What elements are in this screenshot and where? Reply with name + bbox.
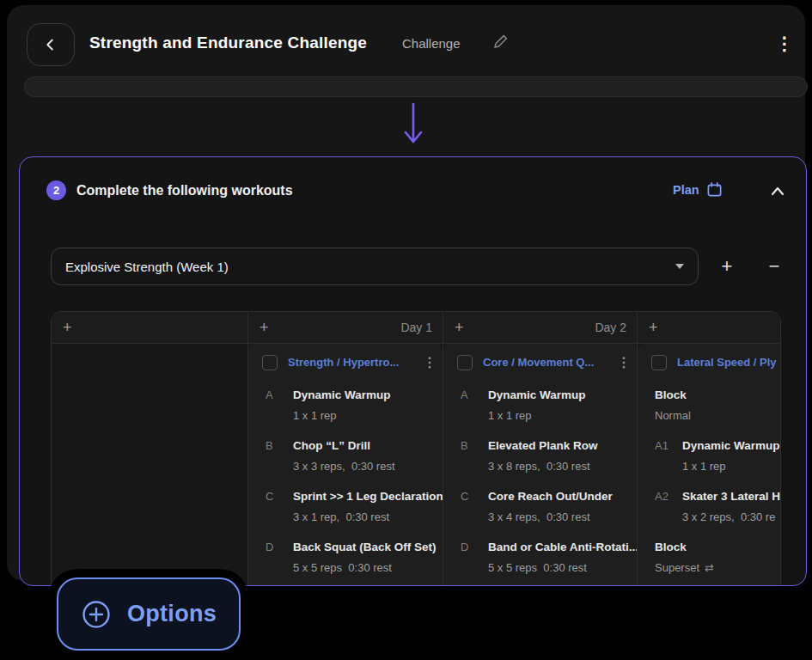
- exercise-title: Dynamic Warmup: [488, 387, 586, 403]
- workout-kebab-icon[interactable]: ⋮: [423, 354, 435, 370]
- workout-checkbox[interactable]: [651, 355, 667, 370]
- exercise-row[interactable]: DBand or Cable Anti-Rotati...5 x 5 reps …: [443, 533, 638, 584]
- add-workout-icon[interactable]: +: [649, 320, 658, 335]
- exercise-row[interactable]: ADynamic Warmup1 x 1 rep: [443, 381, 638, 431]
- calendar-icon: [706, 181, 723, 198]
- exercise-row[interactable]: A1Dynamic Warmup1 x 1 rep: [638, 431, 781, 482]
- exercise-detail: 5 x 5 reps 0:30 rest: [488, 560, 638, 576]
- block-text: BlockSuperset⇄: [655, 539, 714, 584]
- exercise-letter: A: [461, 387, 488, 431]
- options-label: Options: [127, 601, 217, 627]
- exercise-letter: D: [461, 539, 488, 584]
- exercise-letter: D: [266, 539, 293, 584]
- exercise-text: Elevated Plank Row3 x 8 reps, 0:30 rest: [488, 437, 598, 482]
- step-card: 2 Complete the following workouts Plan E…: [19, 156, 807, 586]
- workout-card-header: Lateral Speed / Ply⋮: [638, 344, 781, 381]
- workout-card: Strength / Hypertro...⋮ADynamic Warmup1 …: [248, 344, 443, 586]
- planner-column-header: +Day 2: [443, 312, 638, 344]
- page-title: Strength and Endurance Challenge: [89, 34, 367, 52]
- week-select-dropdown[interactable]: Explosive Strength (Week 1): [51, 248, 699, 285]
- exercise-text: Dynamic Warmup1 x 1 rep: [293, 387, 391, 431]
- workout-title-link[interactable]: Core / Movement Q...: [483, 356, 607, 369]
- step-number-badge: 2: [46, 180, 66, 200]
- exercise-title: Back Squat (Back Off Set): [293, 539, 437, 555]
- exercise-detail: 3 x 4 reps, 0:30 rest: [488, 510, 613, 525]
- kebab-menu-icon[interactable]: ⋮: [775, 32, 794, 56]
- exercise-title: Chop “L” Drill: [293, 437, 395, 454]
- challenge-type-label: Challenge: [402, 36, 461, 51]
- block-mode: Superset⇄: [655, 560, 714, 576]
- exercise-letter: A2: [655, 488, 682, 533]
- options-button[interactable]: Options: [57, 578, 241, 651]
- planner-column-header: +Day 1: [248, 312, 443, 344]
- exercise-detail: 3 x 8 reps, 0:30 rest: [488, 459, 598, 474]
- exercise-row[interactable]: DBack Squat (Back Off Set)5 x 5 reps 0:3…: [248, 533, 443, 584]
- exercise-text: Back Squat (Back Off Set)5 x 5 reps 0:30…: [293, 539, 437, 584]
- planner-column: +: [52, 312, 247, 586]
- workout-card-header: Core / Movement Q...⋮: [443, 344, 638, 381]
- workout-kebab-icon[interactable]: ⋮: [617, 354, 629, 370]
- step-title: Complete the following workouts: [76, 183, 293, 199]
- collapse-section-button[interactable]: [766, 180, 790, 201]
- workout-checkbox[interactable]: [457, 355, 473, 370]
- block-text: BlockNormal: [655, 387, 691, 431]
- block-row[interactable]: BlockSuperset⇄: [638, 533, 781, 584]
- exercise-text: Sprint >> 1 Leg Declarations3 x 1 rep, 0…: [293, 488, 449, 533]
- workout-card: Core / Movement Q...⋮ADynamic Warmup1 x …: [443, 344, 638, 586]
- exercise-row[interactable]: A2Skater 3 Lateral Ho3 x 2 reps, 0:30 re: [638, 482, 781, 533]
- exercise-letter: B: [266, 437, 293, 482]
- day-label: Day 1: [269, 321, 432, 334]
- exercise-row[interactable]: CSprint >> 1 Leg Declarations3 x 1 rep, …: [248, 482, 443, 533]
- block-mode: Normal: [655, 408, 691, 424]
- chevron-up-icon: [769, 185, 786, 197]
- exercise-title: Core Reach Out/Under: [488, 488, 613, 504]
- remove-week-button[interactable]: −: [761, 254, 787, 279]
- workout-title-link[interactable]: Strength / Hypertro...: [288, 356, 412, 369]
- add-workout-icon[interactable]: +: [63, 320, 72, 335]
- exercise-text: Chop “L” Drill3 x 3 reps, 0:30 rest: [293, 437, 395, 482]
- pencil-icon[interactable]: [492, 34, 510, 54]
- app-window: Strength and Endurance Challenge Challen…: [7, 5, 805, 581]
- plan-link[interactable]: Plan: [673, 181, 723, 198]
- planner-column: +Lateral Speed / Ply⋮BlockNormalA1Dynami…: [637, 312, 781, 586]
- add-workout-icon[interactable]: +: [259, 320, 269, 335]
- add-week-button[interactable]: +: [714, 254, 740, 279]
- workout-card-header: Strength / Hypertro...⋮: [248, 344, 443, 381]
- exercise-row[interactable]: CCore Reach Out/Under3 x 4 reps, 0:30 re…: [443, 482, 638, 533]
- exercise-detail: 1 x 1 rep: [488, 408, 586, 424]
- repeat-icon: ⇄: [705, 561, 714, 574]
- block-row[interactable]: BlockNormal: [638, 381, 781, 431]
- exercise-title: Skater 3 Lateral Ho: [682, 488, 781, 504]
- exercise-text: Dynamic Warmup1 x 1 rep: [682, 437, 780, 482]
- exercise-title: Dynamic Warmup: [682, 437, 780, 454]
- exercise-row[interactable]: BElevated Plank Row3 x 8 reps, 0:30 rest: [443, 431, 638, 482]
- exercise-letter: C: [266, 488, 293, 533]
- workout-planner-grid: ++Day 1Strength / Hypertro...⋮ADynamic W…: [51, 311, 781, 586]
- back-button[interactable]: [27, 23, 75, 66]
- workout-title-link[interactable]: Lateral Speed / Ply: [677, 356, 781, 369]
- chevron-down-icon: [675, 264, 684, 269]
- exercise-row[interactable]: BChop “L” Drill3 x 3 reps, 0:30 rest: [248, 431, 443, 482]
- exercise-title: Dynamic Warmup: [293, 387, 391, 403]
- exercise-letter: C: [461, 488, 488, 533]
- planner-column-header: +: [52, 312, 247, 344]
- exercise-detail: 3 x 3 reps, 0:30 rest: [293, 459, 395, 474]
- workout-card: Lateral Speed / Ply⋮BlockNormalA1Dynamic…: [638, 344, 781, 586]
- exercise-letter: A1: [655, 437, 682, 482]
- exercise-detail: 1 x 1 rep: [682, 459, 780, 474]
- add-workout-icon[interactable]: +: [455, 320, 464, 335]
- workout-checkbox[interactable]: [262, 355, 278, 370]
- exercise-row[interactable]: ADynamic Warmup1 x 1 rep: [248, 381, 443, 431]
- exercise-title: Sprint >> 1 Leg Declarations: [293, 488, 449, 504]
- exercise-detail: 3 x 2 reps, 0:30 re: [682, 510, 781, 525]
- exercise-detail: 3 x 1 rep, 0:30 rest: [293, 510, 449, 525]
- block-name: Block: [655, 387, 691, 403]
- block-name: Block: [655, 539, 714, 555]
- previous-step-card[interactable]: [24, 76, 808, 97]
- exercise-text: Band or Cable Anti-Rotati...5 x 5 reps 0…: [488, 539, 638, 584]
- week-select-value: Explosive Strength (Week 1): [65, 260, 675, 274]
- exercise-letter: B: [461, 437, 488, 482]
- exercise-letter: A: [266, 387, 293, 431]
- exercise-title: Band or Cable Anti-Rotati...: [488, 539, 638, 555]
- plan-label: Plan: [673, 183, 699, 197]
